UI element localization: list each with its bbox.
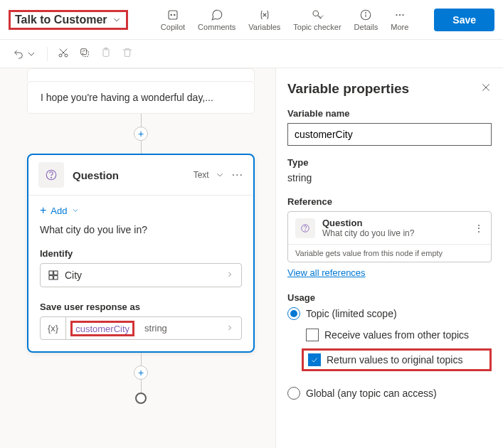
identify-label: Identify bbox=[40, 248, 242, 259]
comment-icon bbox=[211, 9, 223, 21]
details-button[interactable]: Details bbox=[354, 9, 378, 31]
message-node-header-stub bbox=[27, 68, 255, 81]
question-icon bbox=[295, 218, 315, 238]
question-node[interactable]: Question Text ··· + Add What city do you… bbox=[27, 154, 255, 353]
panel-title: Variable properties bbox=[287, 81, 409, 97]
chevron-right-icon bbox=[226, 270, 234, 281]
type-value: string bbox=[287, 172, 492, 183]
authoring-canvas[interactable]: I hope you're having a wonderful day,...… bbox=[0, 68, 275, 448]
svg-rect-20 bbox=[49, 271, 53, 274]
question-node-title: Question bbox=[73, 169, 194, 181]
reference-label: Reference bbox=[287, 196, 492, 207]
variable-name: customerCity bbox=[75, 324, 129, 334]
identify-entity-picker[interactable]: City bbox=[40, 263, 242, 287]
svg-point-2 bbox=[174, 14, 175, 16]
save-response-label: Save user response as bbox=[40, 302, 242, 312]
svg-point-27 bbox=[305, 230, 306, 230]
receive-values-checkbox[interactable]: Receive values from other topics bbox=[306, 329, 492, 341]
more-icon bbox=[393, 9, 406, 21]
comments-button[interactable]: Comments bbox=[198, 9, 235, 31]
undo-icon bbox=[13, 48, 24, 60]
svg-rect-21 bbox=[54, 271, 58, 274]
save-button[interactable]: Save bbox=[434, 9, 494, 31]
view-all-references-link[interactable]: View all references bbox=[287, 267, 366, 278]
add-node-button[interactable]: + bbox=[134, 127, 148, 141]
variable-picker[interactable]: {x} customerCity string bbox=[40, 316, 242, 340]
topic-checker-icon bbox=[311, 9, 324, 21]
return-values-checkbox[interactable]: Return values to original topics bbox=[308, 353, 485, 366]
entity-icon bbox=[48, 270, 59, 281]
delete-button[interactable] bbox=[122, 47, 133, 60]
svg-point-19 bbox=[51, 177, 52, 178]
message-node[interactable]: I hope you're having a wonderful day,... bbox=[27, 81, 255, 114]
reference-title: Question bbox=[322, 218, 414, 228]
checkbox-icon bbox=[308, 353, 321, 366]
topic-title-dropdown[interactable]: Talk to Customer bbox=[9, 10, 128, 30]
chevron-down-icon[interactable] bbox=[215, 170, 225, 180]
copy-icon bbox=[79, 47, 90, 58]
chevron-down-icon bbox=[71, 206, 80, 215]
radio-icon bbox=[287, 307, 300, 320]
variable-name-label: Variable name bbox=[287, 108, 492, 119]
reference-subtitle: What city do you live in? bbox=[322, 228, 414, 238]
variables-icon bbox=[258, 9, 271, 21]
add-condition-button[interactable]: + Add bbox=[40, 204, 242, 217]
header-actions: Copilot Comments Variables Topic checker… bbox=[161, 9, 494, 31]
connector-line bbox=[141, 353, 142, 366]
svg-point-7 bbox=[396, 14, 397, 15]
end-node bbox=[135, 393, 147, 404]
question-output-type: Text bbox=[194, 170, 209, 180]
identify-entity-value: City bbox=[65, 270, 82, 281]
info-icon bbox=[359, 9, 372, 21]
svg-point-8 bbox=[399, 14, 401, 15]
type-label: Type bbox=[287, 157, 492, 168]
chevron-down-icon bbox=[26, 48, 37, 60]
scope-global-radio[interactable]: Global (any topic can access) bbox=[287, 387, 492, 400]
question-prompt[interactable]: What city do you live in? bbox=[40, 224, 242, 235]
connector-line bbox=[141, 141, 142, 154]
connector-line bbox=[141, 114, 142, 127]
question-node-header: Question Text ··· bbox=[28, 155, 253, 196]
reference-more-menu[interactable]: ⋮ bbox=[474, 223, 484, 234]
cut-icon bbox=[58, 47, 69, 58]
variable-type: string bbox=[144, 323, 167, 334]
scope-topic-radio[interactable]: Topic (limited scope) bbox=[287, 307, 492, 320]
svg-rect-22 bbox=[49, 276, 53, 279]
copilot-icon bbox=[166, 9, 179, 21]
svg-point-6 bbox=[366, 12, 366, 13]
canvas-toolbar bbox=[0, 40, 503, 68]
checkbox-icon bbox=[306, 329, 319, 341]
reference-note: Variable gets value from this node if em… bbox=[288, 244, 491, 262]
svg-rect-15 bbox=[81, 49, 87, 55]
topic-title: Talk to Customer bbox=[15, 14, 107, 26]
app-header: Talk to Customer Copilot Comments Variab… bbox=[0, 0, 503, 40]
undo-button[interactable] bbox=[13, 48, 37, 60]
copilot-button[interactable]: Copilot bbox=[161, 9, 185, 31]
svg-point-9 bbox=[402, 14, 403, 15]
cut-button[interactable] bbox=[58, 47, 69, 60]
message-text: I hope you're having a wonderful day,... bbox=[41, 92, 241, 103]
copy-button[interactable] bbox=[79, 47, 90, 60]
svg-point-3 bbox=[313, 11, 319, 16]
question-icon bbox=[38, 162, 64, 188]
svg-point-1 bbox=[171, 14, 172, 16]
topic-checker-button[interactable]: Topic checker bbox=[293, 9, 341, 31]
svg-rect-23 bbox=[54, 276, 58, 279]
chevron-down-icon bbox=[112, 15, 122, 25]
close-button[interactable] bbox=[480, 82, 492, 97]
variable-properties-panel: Variable properties Variable name Type s… bbox=[275, 68, 503, 448]
node-more-menu[interactable]: ··· bbox=[232, 169, 243, 181]
svg-rect-14 bbox=[83, 50, 88, 56]
paste-button[interactable] bbox=[100, 47, 112, 60]
divider bbox=[47, 47, 48, 61]
variable-name-input[interactable] bbox=[287, 123, 492, 146]
trash-icon bbox=[122, 47, 133, 58]
chevron-right-icon bbox=[218, 323, 241, 334]
paste-icon bbox=[100, 47, 112, 58]
reference-card[interactable]: Question What city do you live in? ⋮ Var… bbox=[287, 211, 492, 262]
more-button[interactable]: More bbox=[391, 9, 408, 31]
radio-icon bbox=[287, 387, 300, 400]
add-node-button[interactable]: + bbox=[134, 366, 148, 380]
variables-button[interactable]: Variables bbox=[248, 9, 280, 31]
close-icon bbox=[480, 82, 492, 93]
